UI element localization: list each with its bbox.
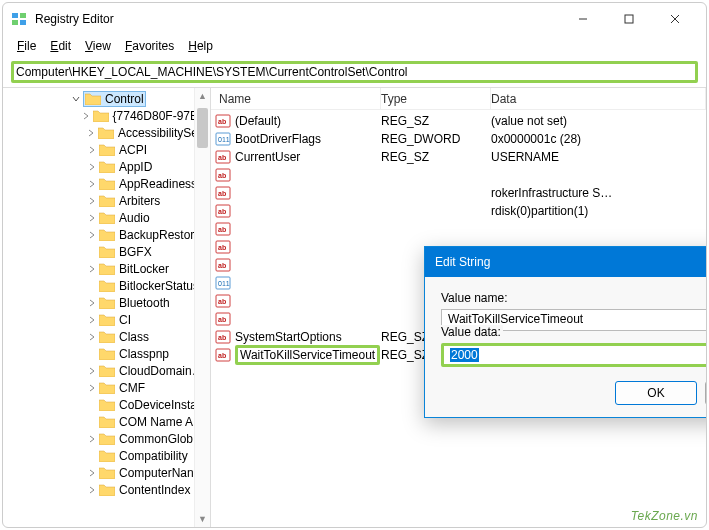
chevron-right-icon[interactable]: [85, 262, 99, 276]
chevron-right-icon[interactable]: [85, 466, 99, 480]
tree-item[interactable]: BitlockerStatus: [5, 277, 210, 294]
chevron-right-icon[interactable]: [85, 364, 99, 378]
chevron-right-icon[interactable]: [85, 381, 99, 395]
app-icon: [11, 11, 27, 27]
address-bar[interactable]: Computer\HKEY_LOCAL_MACHINE\SYSTEM\Curre…: [11, 61, 698, 83]
tree-item[interactable]: AccessibilitySe…: [5, 124, 210, 141]
dialog-titlebar[interactable]: Edit String: [425, 247, 706, 277]
tree-item[interactable]: CommonGlob…: [5, 430, 210, 447]
list-row[interactable]: ab: [211, 220, 706, 238]
tree-item[interactable]: Control: [5, 90, 210, 107]
value-data: USERNAME: [491, 150, 706, 164]
svg-text:011: 011: [218, 280, 230, 287]
menu-favorites[interactable]: Favorites: [119, 37, 180, 55]
folder-icon: [99, 194, 115, 207]
string-value-icon: ab: [215, 221, 231, 237]
tree-item[interactable]: Classpnp: [5, 345, 210, 362]
tree-item[interactable]: CloudDomain…: [5, 362, 210, 379]
col-type[interactable]: Type: [381, 88, 491, 109]
chevron-right-icon[interactable]: [85, 313, 99, 327]
list-view[interactable]: Name Type Data ab(Default)REG_SZ(value n…: [211, 88, 706, 527]
chevron-right-icon[interactable]: [85, 194, 99, 208]
folder-icon: [99, 143, 115, 156]
tree-item[interactable]: Audio: [5, 209, 210, 226]
tree-item[interactable]: Bluetooth: [5, 294, 210, 311]
scroll-down-icon[interactable]: ▼: [195, 511, 210, 527]
list-row[interactable]: abrdisk(0)partition(1): [211, 202, 706, 220]
maximize-button[interactable]: [606, 3, 652, 35]
string-value-icon: ab: [215, 239, 231, 255]
tree-item[interactable]: BGFX: [5, 243, 210, 260]
tree-item[interactable]: BitLocker: [5, 260, 210, 277]
chevron-right-icon[interactable]: [85, 330, 99, 344]
scroll-thumb[interactable]: [197, 108, 208, 148]
list-row[interactable]: ab(Default)REG_SZ(value not set): [211, 112, 706, 130]
value-data-input[interactable]: 2000: [441, 343, 706, 367]
tree-item[interactable]: AppID: [5, 158, 210, 175]
tree-item[interactable]: ContentIndex: [5, 481, 210, 498]
titlebar[interactable]: Registry Editor: [3, 3, 706, 35]
chevron-right-icon[interactable]: [84, 126, 98, 140]
chevron-right-icon[interactable]: [85, 211, 99, 225]
tree-item[interactable]: CMF: [5, 379, 210, 396]
cancel-button[interactable]: Cancel: [705, 381, 706, 405]
tree-view[interactable]: Control{7746D80F-97E…AccessibilitySe…ACP…: [3, 88, 211, 527]
folder-icon: [99, 466, 115, 479]
menu-help[interactable]: Help: [182, 37, 219, 55]
folder-icon: [99, 313, 115, 326]
chevron-right-icon[interactable]: [85, 143, 99, 157]
tree-item[interactable]: Arbiters: [5, 192, 210, 209]
menu-view[interactable]: View: [79, 37, 117, 55]
binary-value-icon: 011: [215, 275, 231, 291]
chevron-down-icon[interactable]: [69, 92, 83, 106]
string-value-icon: ab: [215, 293, 231, 309]
chevron-blank: [85, 245, 99, 259]
ok-button[interactable]: OK: [615, 381, 697, 405]
tree-scrollbar[interactable]: ▲ ▼: [194, 88, 210, 527]
chevron-right-icon[interactable]: [85, 483, 99, 497]
tree-item[interactable]: ACPI: [5, 141, 210, 158]
minimize-button[interactable]: [560, 3, 606, 35]
string-value-icon: ab: [215, 203, 231, 219]
chevron-right-icon[interactable]: [85, 296, 99, 310]
tree-item-label: CloudDomain…: [119, 364, 204, 378]
string-value-icon: ab: [215, 257, 231, 273]
tree-item[interactable]: Class: [5, 328, 210, 345]
menu-file[interactable]: File: [11, 37, 42, 55]
list-row[interactable]: ab: [211, 166, 706, 184]
chevron-blank: [85, 449, 99, 463]
chevron-right-icon[interactable]: [85, 160, 99, 174]
chevron-right-icon[interactable]: [85, 177, 99, 191]
col-name[interactable]: Name: [211, 88, 381, 109]
chevron-right-icon[interactable]: [85, 432, 99, 446]
chevron-right-icon[interactable]: [85, 228, 99, 242]
tree-item[interactable]: CI: [5, 311, 210, 328]
list-row[interactable]: abCurrentUserREG_SZUSERNAME: [211, 148, 706, 166]
svg-text:ab: ab: [218, 154, 226, 161]
list-row[interactable]: abrokerInfrastructure S…: [211, 184, 706, 202]
tree-item[interactable]: ComputerNan…: [5, 464, 210, 481]
list-row[interactable]: 011BootDriverFlagsREG_DWORD0x0000001c (2…: [211, 130, 706, 148]
string-value-icon: ab: [215, 113, 231, 129]
tree-item[interactable]: AppReadiness: [5, 175, 210, 192]
folder-icon: [85, 92, 101, 105]
scroll-up-icon[interactable]: ▲: [195, 88, 210, 104]
folder-icon: [93, 109, 109, 122]
tree-item-label: AppID: [119, 160, 152, 174]
menu-edit[interactable]: Edit: [44, 37, 77, 55]
svg-text:ab: ab: [218, 316, 226, 323]
close-button[interactable]: [652, 3, 698, 35]
folder-icon: [99, 364, 115, 377]
dialog-title: Edit String: [435, 255, 490, 269]
string-value-icon: ab: [215, 329, 231, 345]
tree-item[interactable]: COM Name A…: [5, 413, 210, 430]
chevron-right-icon[interactable]: [80, 109, 93, 123]
tree-item[interactable]: BackupRestore: [5, 226, 210, 243]
tree-item[interactable]: Compatibility: [5, 447, 210, 464]
value-name: (Default): [235, 114, 281, 128]
tree-item[interactable]: {7746D80F-97E…: [5, 107, 210, 124]
column-headers[interactable]: Name Type Data: [211, 88, 706, 110]
tree-item[interactable]: CoDeviceInsta…: [5, 396, 210, 413]
folder-icon: [99, 330, 115, 343]
col-data[interactable]: Data: [491, 88, 706, 109]
